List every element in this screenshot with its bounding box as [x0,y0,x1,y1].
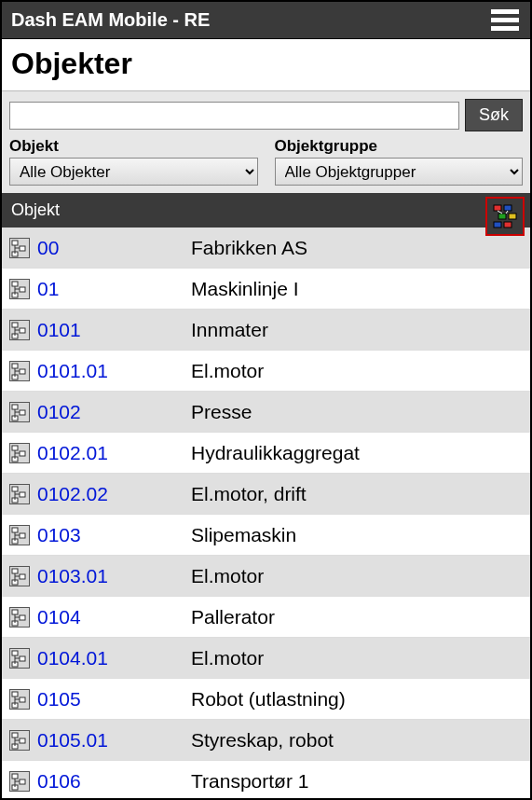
svg-rect-40 [20,451,25,456]
node-icon [9,484,30,504]
row-icon-cell [2,484,37,504]
row-name-label: El.motor [191,647,530,669]
row-code-link[interactable]: 0102 [37,401,191,423]
row-name-label: Pallerator [191,606,530,628]
filter-object-label: Objekt [9,137,258,156]
row-name-label: Fabrikken AS [191,237,530,259]
row-name-label: Presse [191,401,530,423]
svg-rect-10 [20,246,25,251]
svg-rect-69 [12,651,18,655]
row-icon-cell [2,771,37,792]
row-icon-cell [2,320,37,340]
table-row[interactable]: 0103.01 El.motor [2,556,530,597]
row-code-link[interactable]: 01 [37,278,191,300]
table-row[interactable]: 0105.01 Styreskap, robot [2,720,530,761]
table-row[interactable]: 0102 Presse [2,392,530,433]
node-icon [9,279,30,299]
svg-rect-28 [20,369,25,374]
svg-rect-5 [504,222,512,228]
svg-rect-21 [12,323,18,327]
table-row[interactable]: 0102.01 Hydraulikkaggregat [2,433,530,474]
svg-rect-9 [12,241,18,245]
node-icon [9,361,30,381]
filter-group: Objektgruppe Alle Objektgrupper [275,137,524,186]
svg-rect-88 [20,779,25,784]
svg-rect-22 [20,328,25,333]
svg-rect-4 [494,222,501,228]
svg-rect-81 [12,733,18,738]
table-row[interactable]: 0101 Innmater [2,310,530,351]
titlebar: Dash EAM Mobile - RE [2,2,530,39]
row-icon-cell [2,525,37,545]
svg-rect-34 [20,410,25,415]
row-code-link[interactable]: 0101.01 [37,360,191,382]
node-icon [9,730,30,751]
svg-rect-16 [20,287,25,292]
row-code-link[interactable]: 0103.01 [37,565,191,587]
svg-rect-52 [20,533,25,538]
filter-object: Objekt Alle Objekter [9,137,258,186]
svg-rect-27 [12,364,18,368]
svg-rect-15 [12,282,18,286]
menu-icon[interactable] [489,7,521,33]
table-row[interactable]: 0106 Transportør 1 [2,761,530,800]
table-row[interactable]: 00 Fabrikken AS [2,228,530,269]
node-icon [9,320,30,340]
row-name-label: Maskinlinje I [191,278,530,300]
row-code-link[interactable]: 0102.01 [37,442,191,464]
row-code-link[interactable]: 0101 [37,319,191,341]
row-code-link[interactable]: 0103 [37,524,191,546]
app-title: Dash EAM Mobile - RE [11,9,210,31]
svg-rect-45 [12,487,18,491]
node-icon [9,238,30,258]
page-title: Objekter [2,39,530,91]
filter-group-select[interactable]: Alle Objektgrupper [275,158,524,186]
row-name-label: El.motor [191,565,530,587]
filter-group-label: Objektgruppe [275,137,524,156]
row-icon-cell [2,566,37,586]
svg-rect-70 [20,656,25,661]
row-code-link[interactable]: 0104.01 [37,647,191,669]
svg-rect-82 [20,738,25,743]
node-icon [9,607,30,628]
svg-rect-75 [12,692,18,697]
row-code-link[interactable]: 00 [37,237,191,259]
table-row[interactable]: 0102.02 El.motor, drift [2,474,530,515]
row-code-link[interactable]: 0106 [37,770,191,793]
table-row[interactable]: 0105 Robot (utlastning) [2,679,530,720]
row-code-link[interactable]: 0102.02 [37,483,191,505]
filter-object-select[interactable]: Alle Objekter [9,158,258,186]
row-icon-cell [2,443,37,463]
row-code-link[interactable]: 0105 [37,688,191,710]
row-icon-cell [2,648,37,669]
search-button[interactable]: Søk [465,99,523,131]
table-header: Objekt [2,193,530,228]
table-row[interactable]: 0103 Slipemaskin [2,515,530,556]
node-icon [9,689,30,710]
row-code-link[interactable]: 0105.01 [37,729,191,752]
search-input[interactable] [9,102,459,130]
tree-view-button[interactable] [485,197,525,236]
row-icon-cell [2,402,37,422]
svg-rect-87 [12,774,18,779]
svg-rect-2 [498,214,506,219]
table-row[interactable]: 01 Maskinlinje I [2,269,530,310]
node-icon [9,648,30,669]
row-name-label: El.motor, drift [191,483,530,505]
row-name-label: Slipemaskin [191,524,530,546]
svg-rect-46 [20,492,25,497]
row-code-link[interactable]: 0104 [37,606,191,628]
svg-rect-58 [20,574,25,579]
row-name-label: Styreskap, robot [191,729,530,752]
table-row[interactable]: 0104.01 El.motor [2,638,530,679]
node-icon [9,402,30,422]
table-header-label: Objekt [11,200,60,220]
row-name-label: Hydraulikkaggregat [191,442,530,464]
table-row[interactable]: 0104 Pallerator [2,597,530,638]
svg-rect-39 [12,446,18,450]
node-icon [9,566,30,586]
row-name-label: Robot (utlastning) [191,688,530,710]
table-row[interactable]: 0101.01 El.motor [2,351,530,392]
svg-rect-0 [494,205,501,211]
row-icon-cell [2,607,37,628]
